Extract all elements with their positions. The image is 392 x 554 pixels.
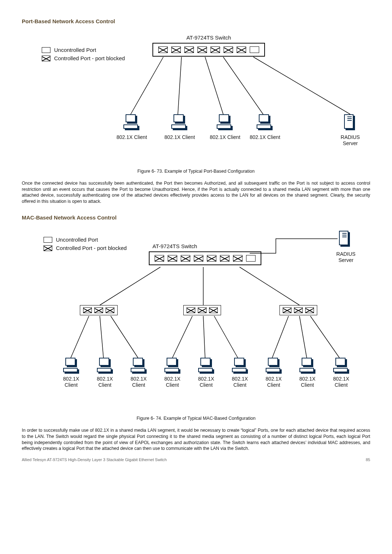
client-icon <box>231 358 249 374</box>
client-label: 802.1XClient <box>228 376 252 388</box>
radius-label: RADIUS Server <box>338 134 363 147</box>
client-icon <box>171 114 188 131</box>
svg-line-10 <box>111 316 138 358</box>
svg-line-1 <box>178 57 181 114</box>
client-label: 802.1XClient <box>194 376 219 388</box>
svg-line-13 <box>214 316 238 358</box>
sub-hub <box>183 305 221 315</box>
client-label: 802.1X Client <box>115 134 148 140</box>
client-label: 802.1XClient <box>59 376 83 388</box>
client-label: 802.1XClient <box>93 376 117 388</box>
page-number: 85 <box>366 457 370 462</box>
hub-port <box>283 307 291 313</box>
svg-line-14 <box>272 316 289 358</box>
heading-port-based: Port-Based Network Access Control <box>22 18 370 24</box>
client-icon <box>164 358 181 374</box>
client-icon <box>265 358 282 374</box>
figure-73-paragraph: Once the connected device has successful… <box>22 180 370 204</box>
svg-line-5 <box>100 267 160 305</box>
hub-port <box>83 307 92 313</box>
svg-line-16 <box>310 316 339 358</box>
svg-line-4 <box>253 57 350 114</box>
svg-line-12 <box>203 316 205 358</box>
footer-left: Allied Telesyn AT-9724TS High-Density La… <box>22 457 167 462</box>
hub-port <box>198 307 207 313</box>
sub-hub <box>279 305 317 315</box>
client-icon <box>299 358 316 374</box>
figure-74-caption: Figure 6- 74. Example of Typical MAC-Bas… <box>22 416 370 421</box>
client-label: 802.1XClient <box>329 376 354 388</box>
hub-port <box>94 307 103 313</box>
hub-port <box>294 307 303 313</box>
client-icon <box>123 114 140 131</box>
svg-line-8 <box>71 316 89 358</box>
client-label: 802.1XClient <box>160 376 185 388</box>
radius-label-line: Server <box>343 140 358 146</box>
client-icon <box>130 358 147 374</box>
figure-73-caption: Figure 6- 73. Example of Typical Port-Ba… <box>22 169 370 174</box>
hub-port <box>106 307 114 313</box>
heading-mac-based: MAC-Based Network Access Control <box>22 214 370 221</box>
figure-74: Uncontrolled Port Controlled Port - port… <box>22 231 370 405</box>
svg-line-0 <box>131 57 163 114</box>
hub-port <box>209 307 218 313</box>
server-icon <box>344 114 357 131</box>
client-label: 802.1X Client <box>249 134 281 140</box>
client-label: 802.1XClient <box>295 376 320 388</box>
client-icon <box>216 114 233 131</box>
client-label: 802.1X Client <box>163 134 196 140</box>
client-icon <box>96 358 114 374</box>
sub-hub <box>80 305 118 315</box>
figure-73: Uncontrolled Port Controlled Port - port… <box>22 34 370 158</box>
svg-line-11 <box>172 316 192 358</box>
figure-74-paragraph: In order to successfully make use of 802… <box>22 427 370 451</box>
client-icon <box>256 114 273 131</box>
svg-line-3 <box>223 57 263 114</box>
client-icon <box>332 358 350 374</box>
svg-line-2 <box>205 57 223 114</box>
connector-lines <box>22 34 370 158</box>
hub-port <box>187 307 195 313</box>
page-footer: Allied Telesyn AT-9724TS High-Density La… <box>22 457 370 462</box>
radius-label-line: RADIUS <box>341 134 360 140</box>
client-label: 802.1X Client <box>209 134 241 140</box>
client-label: 802.1XClient <box>126 376 151 388</box>
svg-line-9 <box>100 316 103 358</box>
client-icon <box>197 358 215 374</box>
client-label: 802.1XClient <box>261 376 286 388</box>
svg-line-7 <box>240 267 299 305</box>
svg-line-15 <box>299 316 307 358</box>
client-icon <box>62 358 80 374</box>
hub-port <box>305 307 314 313</box>
